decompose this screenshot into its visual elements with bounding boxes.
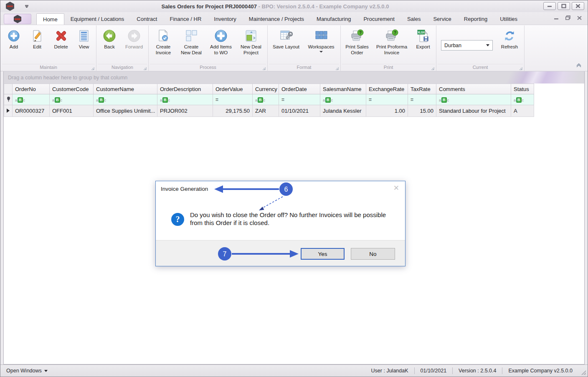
column-header[interactable]: OrderNo	[13, 84, 50, 94]
filter-cell[interactable]: =	[213, 94, 253, 105]
text-filter-icon: aBc	[255, 97, 265, 103]
column-header[interactable]: OrderValue	[213, 84, 253, 94]
dialog-launcher-icon[interactable]	[143, 66, 147, 70]
tab-reporting[interactable]: Reporting	[458, 13, 494, 25]
column-header[interactable]: CustomerCode	[50, 84, 94, 94]
grid-filter-row: aBc aBc aBc aBc = aBc = aBc = = aBc aBc	[4, 94, 534, 105]
column-header[interactable]: ExchangeRate	[366, 84, 408, 94]
dialog-launcher-icon[interactable]	[262, 66, 266, 70]
tab-contract[interactable]: Contract	[130, 13, 163, 25]
tab-equipment-locations[interactable]: Equipment / Locations	[64, 13, 131, 25]
filter-cell[interactable]: aBc	[436, 94, 511, 105]
cell-taxrate[interactable]: 15.00	[408, 105, 436, 117]
text-filter-icon: aBc	[160, 97, 170, 103]
save-layout-button[interactable]: Save Layout	[269, 28, 303, 51]
table-row[interactable]: OR0000327 OFF001 Office Supplies Unlimit…	[4, 105, 534, 117]
column-header[interactable]: TaxRate	[408, 84, 436, 94]
mdi-restore-button[interactable]	[565, 15, 570, 20]
resize-grip[interactable]	[581, 370, 586, 375]
workspaces-button[interactable]: Workspaces	[303, 28, 339, 54]
edit-button[interactable]: Edit	[25, 28, 49, 51]
column-header[interactable]: Comments	[436, 84, 511, 94]
column-header[interactable]: CustomerName	[94, 84, 157, 94]
tab-finance-hr[interactable]: Finance / HR	[163, 13, 208, 25]
filter-cell[interactable]: =	[408, 94, 436, 105]
refresh-button[interactable]: Refresh	[496, 28, 523, 51]
no-button[interactable]: No	[351, 248, 395, 260]
workspaces-icon	[314, 29, 328, 43]
mdi-close-button[interactable]	[577, 16, 582, 20]
site-select[interactable]: Durban	[441, 40, 493, 51]
dialog-launcher-icon[interactable]	[519, 66, 523, 70]
column-header[interactable]: OrderDescription	[157, 84, 213, 94]
group-by-panel[interactable]: Drag a column header here to group by th…	[4, 71, 584, 83]
dialog-launcher-icon[interactable]	[91, 66, 95, 70]
dialog-launcher-icon[interactable]	[431, 66, 435, 70]
tab-manufacturing[interactable]: Manufacturing	[310, 13, 357, 25]
tab-inventory[interactable]: Inventory	[208, 13, 242, 25]
cell-exchangerate[interactable]: 1.00	[366, 105, 408, 117]
export-button[interactable]: XLSX Export	[411, 28, 435, 51]
back-button[interactable]: Back	[98, 28, 121, 51]
create-invoice-button[interactable]: Create Invoice	[150, 28, 177, 57]
filter-cell[interactable]: aBc	[253, 94, 279, 105]
tab-utilities[interactable]: Utilities	[494, 13, 524, 25]
cell-currency[interactable]: ZAR	[253, 105, 279, 117]
equals-filter-icon: =	[215, 97, 218, 103]
ribbon-group-current: Durban Refresh Current	[436, 25, 525, 71]
cell-ordervalue[interactable]: 29,175.50	[213, 105, 253, 117]
delete-button[interactable]: Delete	[49, 28, 73, 51]
forward-button[interactable]: Forward	[121, 28, 147, 51]
add-button[interactable]: Add	[2, 28, 25, 51]
maximize-button[interactable]	[558, 2, 570, 10]
minimize-button[interactable]	[543, 2, 556, 10]
create-new-deal-button[interactable]: Create New Deal	[177, 28, 206, 57]
ribbon-filler	[525, 25, 588, 71]
cell-orderdate[interactable]: 01/10/2021	[279, 105, 320, 117]
invoice-generation-dialog: Invoice Generation ✕ ? Do you wish to cl…	[155, 181, 406, 266]
cell-orderdescription[interactable]: PRJOR002	[157, 105, 213, 117]
column-header[interactable]: OrderDate	[279, 84, 320, 94]
tab-procurement[interactable]: Procurement	[357, 13, 400, 25]
column-header[interactable]: Status	[511, 84, 534, 94]
dialog-close-icon[interactable]: ✕	[393, 185, 399, 192]
cell-salesmanname[interactable]: Julanda Kessler	[320, 105, 366, 117]
tab-service[interactable]: Service	[427, 13, 457, 25]
cell-comments[interactable]: Standard Labour for Project	[436, 105, 511, 117]
filter-cell[interactable]: aBc	[511, 94, 534, 105]
filter-cell[interactable]: aBc	[50, 94, 94, 105]
dialog-title: Invoice Generation	[161, 186, 208, 192]
filter-cell[interactable]: aBc	[320, 94, 366, 105]
cell-status[interactable]: A	[511, 105, 534, 117]
row-indicator-header	[4, 84, 13, 94]
close-button[interactable]	[572, 2, 584, 10]
filter-cell[interactable]: aBc	[94, 94, 157, 105]
open-windows-button[interactable]: Open Windows	[0, 365, 53, 377]
delete-icon	[54, 29, 68, 43]
view-button[interactable]: View	[73, 28, 95, 51]
cell-orderno[interactable]: OR0000327	[13, 105, 50, 117]
filter-cell[interactable]: aBc	[157, 94, 213, 105]
print-proforma-invoice-button[interactable]: ? Print Proforma Invoice	[372, 28, 411, 57]
status-date: 01/10/2021	[414, 367, 453, 374]
text-filter-icon: aBc	[96, 97, 106, 103]
cell-customername[interactable]: Office Supplies Unlimit...	[94, 105, 157, 117]
ribbon-group-label: Print	[342, 64, 435, 71]
column-header[interactable]: Currency	[253, 84, 279, 94]
tab-home[interactable]: Home	[36, 13, 64, 25]
add-items-to-wo-button[interactable]: Add Items to WO	[206, 28, 236, 57]
dialog-launcher-icon[interactable]	[335, 66, 339, 70]
filter-cell[interactable]: aBc	[13, 94, 50, 105]
column-header[interactable]: SalesmanName	[320, 84, 366, 94]
yes-button[interactable]: Yes	[301, 248, 345, 260]
new-deal-project-button[interactable]: New Deal Project	[236, 28, 266, 57]
filter-cell[interactable]: =	[366, 94, 408, 105]
application-menu-button[interactable]	[4, 14, 31, 24]
filter-cell[interactable]: =	[279, 94, 320, 105]
collapse-ribbon-icon[interactable]	[576, 63, 582, 68]
cell-customercode[interactable]: OFF001	[50, 105, 94, 117]
tab-maintenance-projects[interactable]: Maintenance / Projects	[243, 13, 310, 25]
tab-sales[interactable]: Sales	[401, 13, 427, 25]
mdi-minimize-button[interactable]	[554, 16, 559, 20]
print-sales-order-button[interactable]: ? Print Sales Order	[342, 28, 372, 57]
